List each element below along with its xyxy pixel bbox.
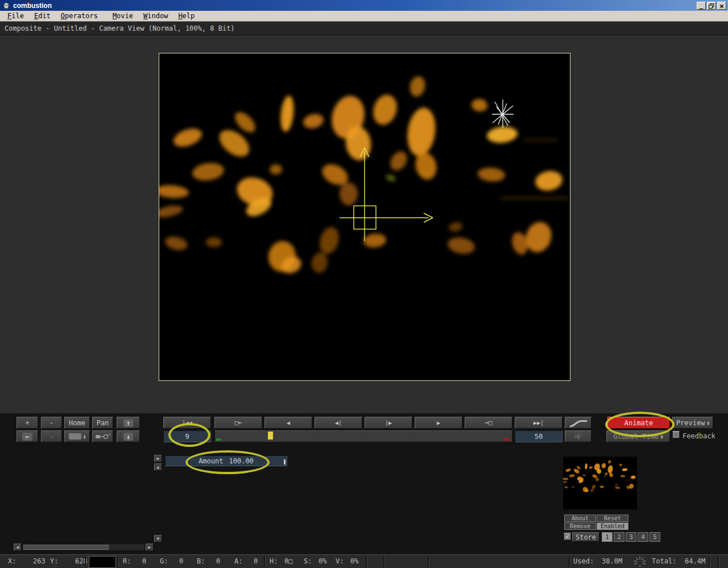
audio-mute-button[interactable]	[565, 430, 592, 442]
composite-canvas[interactable]	[159, 53, 570, 381]
control-panel: + - Home Pan ↑ ← → ▲▼ ↓ |◀◀ □← ◀ ◀| |▶ ▶…	[0, 413, 728, 554]
playback-curve-button[interactable]	[565, 417, 592, 429]
end-frame-field[interactable]: 50	[515, 430, 562, 442]
pan-button[interactable]: Pan	[92, 417, 113, 429]
x-value: 263	[33, 557, 46, 565]
enabled-toggle[interactable]: Enabled	[597, 523, 628, 530]
memory-used-label: Used:	[573, 557, 594, 565]
menu-help[interactable]: Help	[173, 11, 200, 20]
restore-button[interactable]	[707, 2, 716, 10]
mark-in-button[interactable]: □←	[214, 417, 262, 429]
back-button[interactable]: ←	[16, 430, 38, 442]
display-swatch-icon	[69, 433, 81, 440]
home-button[interactable]: Home	[64, 417, 90, 429]
mark-out-button[interactable]: →□	[465, 417, 512, 429]
display-mode-button[interactable]: ▲▼	[64, 430, 90, 442]
step-forward-button[interactable]: |▶	[365, 417, 412, 429]
y-label: Y:	[50, 557, 58, 565]
tree-scroll-right-button[interactable]: ▶	[146, 544, 154, 551]
menu-window[interactable]: Window	[138, 11, 173, 20]
store-slot-2[interactable]: 2	[614, 532, 624, 542]
schematic-icon	[95, 432, 111, 441]
status-bar: X: 263 Y: 628 R: 0 G: 0 B: 0 A: 0 H: 0□ …	[0, 554, 728, 568]
r-label: R:	[123, 557, 131, 565]
v-label: V:	[336, 557, 344, 565]
tree-scroll-up-button[interactable]: ▲	[154, 463, 162, 471]
tree-hscrollbar[interactable]	[22, 544, 145, 551]
move-up-button[interactable]: ↑	[117, 417, 140, 429]
slider-handle[interactable]	[284, 459, 286, 465]
operator-thumbnail	[563, 457, 637, 509]
scroll-right-icon: ▶	[148, 545, 151, 550]
play-reverse-icon: ◀	[287, 420, 290, 426]
s-value: 0%	[318, 557, 326, 565]
v-value: 0%	[350, 557, 358, 565]
hscroll-thumb[interactable]	[23, 545, 109, 550]
out-point-marker	[504, 438, 509, 441]
in-point-marker	[216, 438, 221, 441]
thumbnail-image	[563, 457, 637, 509]
feedback-label: Feedback	[682, 432, 715, 440]
memory-spinner-icon	[631, 555, 648, 568]
zoom-out-button[interactable]: -	[41, 417, 62, 429]
playhead[interactable]	[268, 432, 273, 440]
play-button[interactable]: ▶	[415, 417, 462, 429]
go-to-end-button[interactable]: ▶▶|	[515, 417, 562, 429]
store-button[interactable]: Store	[572, 532, 599, 542]
store-checkbox[interactable]: ✓	[564, 533, 571, 540]
a-label: A:	[234, 557, 242, 565]
menu-bar: File Edit Operators Movie Window Help	[0, 11, 728, 22]
zoom-in-button[interactable]: +	[16, 417, 38, 429]
store-slot-4[interactable]: 4	[638, 532, 648, 542]
scroll-left-icon: ◀	[16, 545, 19, 550]
global-time-dropdown[interactable]: Global Time ▲▼	[606, 430, 670, 442]
speaker-muted-icon	[573, 432, 584, 441]
current-frame-field[interactable]: 9	[163, 430, 211, 442]
go-to-start-button[interactable]: |◀◀	[163, 417, 211, 429]
viewport-header: Composite - Untitled - Camera View (Norm…	[0, 22, 728, 35]
menu-operators[interactable]: Operators	[56, 11, 103, 20]
stepper-icon: ▲▼	[661, 434, 663, 439]
g-value: 0	[179, 557, 183, 565]
feedback-checkbox[interactable]: ✓	[672, 431, 680, 438]
window-title: combustion	[13, 2, 52, 10]
s-label: S:	[304, 557, 312, 565]
menu-edit[interactable]: Edit	[29, 11, 56, 20]
forward-button[interactable]: →	[41, 430, 62, 442]
close-button[interactable]: ×	[717, 2, 726, 10]
store-slot-1[interactable]: 1	[602, 532, 613, 542]
stepper-icon: ▲▼	[84, 434, 86, 439]
about-button[interactable]: About	[564, 515, 596, 522]
memory-total-value: 64.4M	[685, 557, 705, 565]
animate-button[interactable]: Animate	[607, 417, 670, 429]
up-arrow-icon: ↑	[123, 419, 133, 427]
move-down-button[interactable]: ↓	[117, 430, 140, 442]
tree-scroll-left-button[interactable]: ◀	[14, 544, 22, 551]
amount-slider[interactable]: Amount 100.00	[165, 455, 287, 466]
mark-in-icon: □←	[234, 419, 242, 426]
step-back-button[interactable]: ◀|	[315, 417, 362, 429]
play-reverse-button[interactable]: ◀	[264, 417, 312, 429]
panel-expand-button[interactable]: ▶	[154, 455, 162, 462]
store-slot-3[interactable]: 3	[626, 532, 636, 542]
color-sample-swatch	[89, 557, 115, 567]
go-first-icon: |◀◀	[182, 420, 192, 426]
minimize-button[interactable]: _	[697, 2, 706, 10]
reset-button[interactable]: Reset	[597, 515, 628, 522]
tree-scroll-down-button[interactable]: ▼	[154, 535, 162, 542]
remove-button[interactable]: Remove	[564, 523, 596, 530]
viewport-area	[0, 35, 728, 413]
b-label: B:	[197, 557, 205, 565]
schematic-button[interactable]	[92, 430, 113, 442]
preview-dropdown[interactable]: Preview ▲▼	[672, 417, 713, 429]
composite-image	[159, 53, 570, 380]
menu-file[interactable]: File	[2, 11, 29, 20]
step-back-icon: ◀|	[335, 420, 342, 426]
b-value: 0	[216, 557, 220, 565]
down-arrow-icon: ↓	[123, 433, 133, 441]
memory-total-label: Total:	[652, 557, 676, 565]
timeline-scrubber[interactable]	[214, 430, 512, 442]
store-slot-5[interactable]: 5	[650, 532, 660, 542]
menu-movie[interactable]: Movie	[107, 11, 138, 20]
stepper-icon: ▲▼	[707, 421, 709, 425]
